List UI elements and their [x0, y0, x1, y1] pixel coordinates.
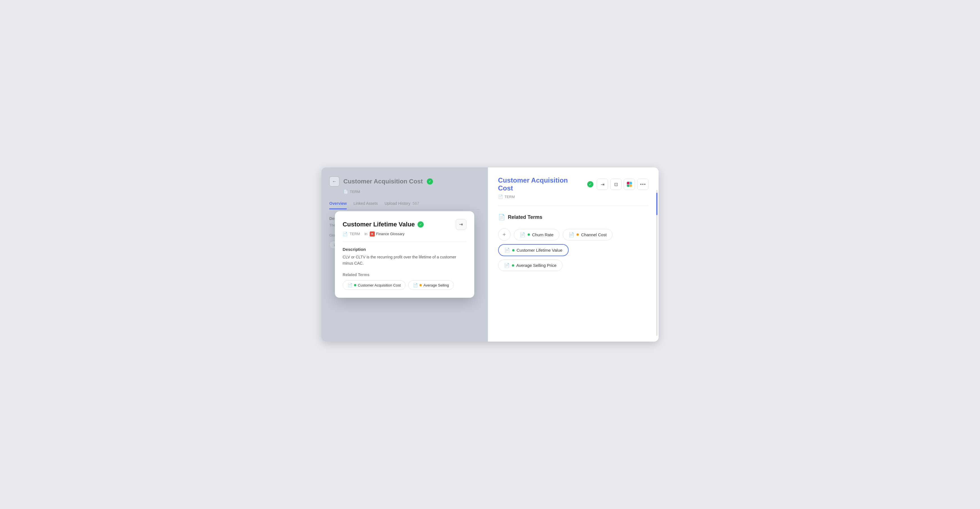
chip-channel-doc-icon: 📄 — [569, 232, 574, 237]
related-section-icon: 📄 — [498, 214, 505, 221]
related-row-3: 📄 Average Selling Price — [498, 259, 649, 271]
glossary-chip: B Finance Glossary — [370, 231, 404, 237]
chip-churn-doc-icon: 📄 — [520, 232, 525, 237]
modal-title: Customer Lifetime Value — [343, 221, 415, 228]
right-term-icon: 📄 — [498, 194, 503, 199]
more-icon — [640, 184, 645, 185]
right-header: Customer Acquisition Cost ✓ ⇥ ⊡ — [498, 177, 649, 192]
modal-term-icon: 📄 — [343, 232, 348, 236]
terminal-icon: ⊡ — [614, 182, 618, 187]
chip-customer-lifetime[interactable]: 📄 Customer Lifetime Value — [498, 244, 569, 256]
related-row-1: + 📄 Churn Rate 📄 Channel Cost — [498, 228, 649, 241]
add-term-button[interactable]: + — [498, 228, 511, 241]
modal-related-avg[interactable]: 📄 Average Selling — [408, 280, 454, 290]
slack-icon — [627, 182, 632, 187]
modal-desc-text: CLV or CLTV is the recurring profit over… — [343, 254, 466, 267]
chip-channel-cost[interactable]: 📄 Channel Cost — [563, 229, 612, 240]
chip-asp-doc-icon: 📄 — [504, 262, 510, 268]
related-terms-heading: Related Terms — [508, 214, 542, 220]
modal-meta: 📄 TERM in B Finance Glossary — [343, 231, 466, 237]
terminal-button[interactable]: ⊡ — [610, 179, 622, 190]
right-page-title: Customer Acquisition Cost — [498, 177, 584, 192]
modal-desc-heading: Description — [343, 247, 466, 252]
app-container: ← Customer Acquisition Cost ✓ 📄 TERM Ove… — [321, 167, 659, 342]
modal: Customer Lifetime Value ✓ ⇥ 📄 TERM in B — [335, 211, 474, 298]
slack-button[interactable] — [624, 179, 635, 190]
right-verified-badge: ✓ — [587, 181, 593, 188]
right-scrollbar[interactable] — [656, 190, 657, 336]
more-button[interactable] — [637, 179, 649, 190]
right-actions: ⇥ ⊡ — [597, 179, 649, 190]
glossary-book-icon: B — [370, 231, 375, 237]
related-terms-grid: + 📄 Churn Rate 📄 Channel Cost 📄 — [498, 228, 649, 271]
modal-related-cac[interactable]: 📄 Customer Acquisition Cost — [343, 280, 406, 290]
modal-nav-button[interactable]: ⇥ — [456, 219, 466, 230]
modal-related-terms: 📄 Customer Acquisition Cost 📄 Average Se… — [343, 280, 466, 290]
modal-header: Customer Lifetime Value ✓ ⇥ — [343, 219, 466, 230]
chip-dot-green — [354, 284, 356, 286]
related-row-2: 📄 Customer Lifetime Value — [498, 244, 649, 256]
chip-doc-icon: 📄 — [348, 283, 352, 287]
right-scrollbar-thumb — [656, 193, 657, 215]
chip-clv-dot — [512, 249, 514, 251]
chip-churn-dot — [528, 234, 530, 236]
modal-nav-icon: ⇥ — [459, 222, 463, 227]
chip-asp-dot — [512, 264, 514, 267]
export-button[interactable]: ⇥ — [597, 179, 608, 190]
right-term-label: 📄 TERM — [498, 194, 649, 199]
chip-churn-rate[interactable]: 📄 Churn Rate — [514, 229, 560, 240]
modal-divider — [343, 242, 466, 242]
right-panel: Customer Acquisition Cost ✓ ⇥ ⊡ — [488, 167, 659, 342]
modal-verified-badge: ✓ — [417, 221, 424, 227]
modal-title-row: Customer Lifetime Value ✓ — [343, 221, 424, 228]
modal-related-heading: Related Terms — [343, 272, 466, 277]
right-section-header: 📄 Related Terms — [498, 214, 649, 221]
chip-doc-icon-2: 📄 — [413, 283, 418, 287]
chip-channel-dot — [576, 234, 579, 236]
export-icon: ⇥ — [601, 182, 605, 187]
chip-clv-doc-icon: 📄 — [504, 248, 510, 253]
left-panel: ← Customer Acquisition Cost ✓ 📄 TERM Ove… — [321, 167, 488, 342]
chip-dot-yellow — [420, 284, 422, 286]
modal-overlay: Customer Lifetime Value ✓ ⇥ 📄 TERM in B — [321, 167, 488, 342]
chip-avg-selling[interactable]: 📄 Average Selling Price — [498, 259, 563, 271]
